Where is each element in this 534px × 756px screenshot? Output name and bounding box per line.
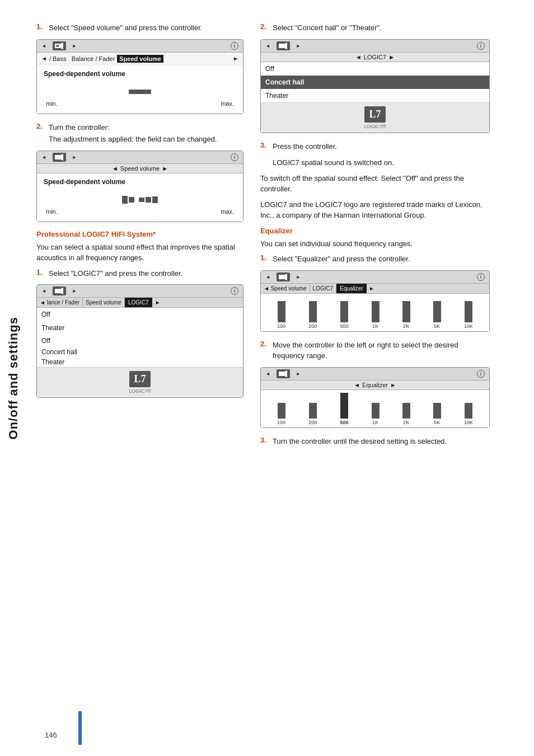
para-1: To switch off the spatial sound effect: … bbox=[260, 173, 490, 195]
svg-rect-4 bbox=[55, 155, 60, 159]
screen-3-concert-row: Concert hall bbox=[37, 347, 243, 357]
step-2-num: 2. bbox=[36, 122, 45, 133]
right-screen-3-header: ◄ ► i bbox=[261, 368, 489, 381]
svg-rect-6 bbox=[55, 289, 60, 293]
screen-1-slider: Speed-dependent volume min. max. bbox=[37, 65, 243, 114]
right-screen-2-nav: ◄ ► bbox=[265, 273, 301, 281]
screen-3-off: Off bbox=[37, 308, 243, 321]
step-1-text: Select "Speed volume" and press the cont… bbox=[49, 22, 202, 34]
info-icon-r3: i bbox=[477, 370, 485, 378]
screen-3-off-row2: Off bbox=[37, 335, 243, 347]
audio-icon-r3 bbox=[277, 369, 290, 378]
svg-marker-7 bbox=[60, 288, 63, 294]
info-icon-r2: i bbox=[477, 273, 485, 281]
right-screen-1: ◄ ► i ◄ LOGIC7 ► Off Concert hal bbox=[260, 39, 490, 133]
right-step-5-text: Turn the controller until the desired se… bbox=[273, 436, 447, 447]
svg-marker-1 bbox=[60, 43, 63, 49]
screen-1-left-arrow: ◄ bbox=[41, 55, 47, 62]
right-step-2-text: Press the controller. bbox=[273, 141, 337, 152]
svg-rect-12 bbox=[279, 372, 284, 376]
right-screen-1-theater: Theater bbox=[261, 89, 489, 102]
screen-2-slider-track: min. max. bbox=[44, 208, 236, 215]
screen-3-theater-row: Theater bbox=[37, 357, 243, 367]
screen-2-nav-left: ◄ ► bbox=[41, 153, 77, 162]
screen-1-nav-left: ◄ ► bbox=[41, 41, 77, 50]
right-screen-1-subheader: ◄ LOGIC7 ► bbox=[261, 53, 489, 62]
audio-icon-r1 bbox=[277, 41, 290, 50]
step-3-text: Select "LOGIC7" and press the controller… bbox=[49, 268, 182, 279]
right-step-1: 2. Select "Concert hall" or "Theater". bbox=[260, 22, 490, 34]
audio-icon-r2 bbox=[277, 273, 290, 281]
screen-3-footer: L7 LOGIC7® bbox=[37, 367, 243, 397]
svg-marker-11 bbox=[284, 274, 287, 280]
screen-3-header: ◄ ► i bbox=[37, 285, 243, 298]
step-2-subtext: The adjustment is applied; the field can… bbox=[49, 135, 217, 143]
right-step-4: 2. Move the controller to the left or ri… bbox=[260, 340, 490, 361]
screen-1-right-arrow: ► bbox=[233, 55, 238, 62]
eq-bars-2: 100 200 500 1K 2K 5K 10K bbox=[264, 395, 486, 425]
page-number: 146 bbox=[45, 731, 57, 739]
screen-1-slider-track: min. max. bbox=[44, 100, 236, 107]
right-step-1-text: Select "Concert hall" or "Theater". bbox=[273, 22, 382, 34]
svg-rect-0 bbox=[55, 44, 60, 48]
right-screen-1-footer: L7 LOGIC7® bbox=[261, 102, 489, 133]
right-step-2: 3. Press the controller. bbox=[260, 141, 490, 152]
screen-3-nav-left: ◄ ► bbox=[41, 287, 77, 295]
svg-rect-10 bbox=[279, 275, 284, 279]
section-body-logic7: You can select a spatial sound effect th… bbox=[36, 242, 243, 264]
screen-2-slider: Speed-dependent volume min. max. bbox=[37, 173, 243, 222]
section-heading-eq: Equalizer bbox=[260, 227, 490, 235]
para-2: LOGIC7 and the LOGIC7 logo are registere… bbox=[260, 199, 490, 221]
right-screen-2-header: ◄ ► i bbox=[261, 271, 489, 284]
right-step-3: 1. Select "Equalizer" and press the cont… bbox=[260, 253, 490, 265]
right-step-2-subtext: LOGIC7 spatial sound is switched on. bbox=[260, 157, 490, 168]
right-screen-1-off: Off bbox=[261, 62, 489, 76]
step-2: 2. Turn the controller: The adjustment i… bbox=[36, 122, 243, 145]
blue-bar-decoration bbox=[78, 711, 82, 745]
audio-icon-3 bbox=[53, 287, 66, 295]
right-screen-3: ◄ ► i ◄ Equalizer ► 100 200 bbox=[260, 367, 490, 428]
step-3-num: 1. bbox=[36, 268, 45, 276]
screen-2: ◄ ► i ◄ Speed volume ► Speed-dependent v… bbox=[36, 151, 243, 222]
svg-marker-5 bbox=[60, 154, 63, 161]
right-screen-3-eq: 100 200 500 1K 2K 5K 10K bbox=[261, 390, 489, 428]
screen-1-row-text: / Bass Balance / Fader bbox=[49, 55, 115, 62]
screen-3-tabs: ◄ lance / Fader Speed volume LOGIC7 ► bbox=[37, 298, 243, 308]
svg-rect-8 bbox=[279, 44, 284, 48]
right-step-1-num: 2. bbox=[260, 22, 269, 31]
right-screen-1-header: ◄ ► i bbox=[261, 40, 489, 53]
section-body-eq: You can set individual sound frequency r… bbox=[260, 238, 490, 250]
right-screen-2-eq: 100 200 500 1K 2K 5K 10K bbox=[261, 294, 489, 331]
section-heading-logic7: Professional LOGIC7 HiFi System* bbox=[36, 230, 243, 238]
right-screen-3-subheader: ◄ Equalizer ► bbox=[261, 381, 489, 390]
screen-1-slider-label: Speed-dependent volume bbox=[44, 70, 236, 78]
screen-1-highlighted: Speed volume bbox=[117, 55, 163, 63]
screen-1: ◄ ► i ◄ / Bass Balance / Fader Speed vol… bbox=[36, 39, 243, 114]
step-1: 1. Select "Speed volume" and press the c… bbox=[36, 22, 243, 34]
step-2-text: Turn the controller: bbox=[49, 122, 110, 133]
info-icon-3: i bbox=[231, 287, 238, 295]
audio-icon-2 bbox=[53, 153, 66, 162]
svg-marker-9 bbox=[284, 43, 287, 49]
info-icon-r1: i bbox=[477, 42, 485, 50]
info-icon-1: i bbox=[231, 42, 238, 50]
screen-2-subheader: ◄ Speed volume ► bbox=[37, 164, 243, 173]
right-screen-2-tabs: ◄ Speed volume LOGIC7 Equalizer ► bbox=[261, 284, 489, 294]
right-column: 2. Select "Concert hall" or "Theater". ◄… bbox=[260, 22, 490, 452]
right-step-2-num: 3. bbox=[260, 141, 269, 149]
right-screen-2: ◄ ► i ◄ Speed volume LOGIC7 Equalizer ► bbox=[260, 270, 490, 332]
right-screen-3-nav: ◄ ► bbox=[265, 369, 301, 378]
screen-3-theater: Theater bbox=[37, 321, 243, 335]
step-1-num: 1. bbox=[36, 22, 45, 31]
step-3: 1. Select "LOGIC7" and press the control… bbox=[36, 268, 243, 279]
info-icon-2: i bbox=[231, 153, 238, 161]
screen-2-slider-label: Speed-dependent volume bbox=[44, 178, 236, 186]
right-step-3-text: Select "Equalizer" and press the control… bbox=[273, 253, 410, 265]
right-step-3-num: 1. bbox=[260, 253, 269, 262]
svg-marker-13 bbox=[284, 370, 287, 377]
right-step-4-num: 2. bbox=[260, 340, 269, 348]
sidebar-label: On/off and settings bbox=[0, 0, 27, 756]
right-step-5: 3. Turn the controller until the desired… bbox=[260, 436, 490, 447]
screen-2-header: ◄ ► i bbox=[37, 151, 243, 164]
screen-3: ◄ ► i ◄ lance / Fader Speed volume LOGIC… bbox=[36, 284, 243, 398]
